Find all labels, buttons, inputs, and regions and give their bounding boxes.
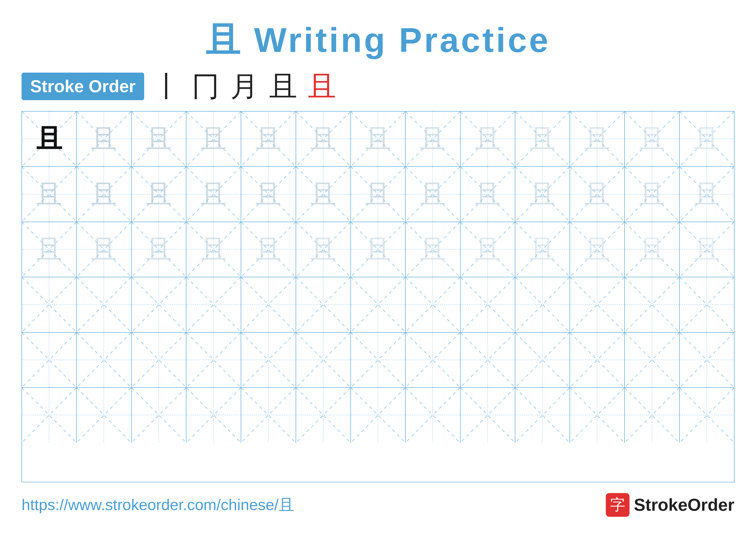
logo-icon: 字 [606, 493, 630, 517]
grid-cell[interactable] [241, 333, 296, 387]
grid-cell[interactable]: 且 [22, 222, 77, 277]
grid-cell[interactable] [680, 277, 734, 332]
practice-char: 且 [91, 237, 117, 262]
grid-cell[interactable] [570, 388, 625, 443]
grid-cell[interactable] [570, 277, 625, 332]
grid-cell[interactable]: 且 [186, 112, 241, 166]
grid-cell[interactable] [296, 333, 351, 387]
grid-cell[interactable]: 且 [461, 112, 515, 166]
grid-cell[interactable]: 且 [241, 112, 296, 166]
grid-cell[interactable] [186, 388, 241, 443]
practice-char: 且 [36, 126, 62, 152]
grid-cell[interactable]: 且 [186, 167, 241, 221]
grid-cell[interactable] [351, 333, 406, 387]
grid-cell[interactable]: 且 [570, 112, 625, 166]
grid-cell[interactable] [351, 277, 406, 332]
grid-cell[interactable]: 且 [461, 167, 515, 221]
grid-cell[interactable] [680, 388, 734, 443]
grid-cell[interactable] [22, 277, 77, 332]
grid-cell[interactable]: 且 [22, 167, 77, 221]
grid-cell[interactable]: 且 [241, 167, 296, 221]
grid-cell[interactable]: 且 [406, 167, 460, 221]
grid-cell[interactable] [515, 277, 570, 332]
grid-cell[interactable]: 且 [515, 167, 570, 221]
grid-cell[interactable] [132, 388, 186, 443]
grid-cell[interactable] [296, 388, 351, 443]
grid-cell[interactable] [406, 333, 460, 387]
grid-cell[interactable] [515, 388, 570, 443]
grid-cell[interactable]: 且 [625, 112, 680, 166]
practice-char: 且 [201, 126, 227, 152]
grid-cell[interactable] [77, 277, 131, 332]
practice-char: 且 [256, 181, 281, 207]
practice-char: 且 [91, 126, 117, 152]
title-area: 且 Writing Practice [21, 17, 735, 64]
grid-cell[interactable]: 且 [406, 112, 460, 166]
grid-cell[interactable] [77, 388, 131, 443]
grid-cell[interactable]: 且 [186, 222, 241, 277]
grid-cell[interactable] [77, 333, 131, 387]
grid-cell[interactable] [570, 333, 625, 387]
stroke-3: 月 [230, 72, 258, 100]
page: 且 Writing Practice Stroke Order 丨 冂 月 且 … [0, 0, 756, 534]
practice-char: 且 [420, 237, 446, 262]
grid-cell[interactable] [186, 277, 241, 332]
practice-char: 且 [694, 181, 720, 207]
grid-cell[interactable] [186, 333, 241, 387]
practice-char: 且 [639, 237, 665, 262]
grid-cell[interactable] [241, 388, 296, 443]
stroke-1: 丨 [153, 72, 181, 100]
grid-cell[interactable]: 且 [296, 167, 351, 221]
title-character: 且 [205, 21, 242, 59]
footer-url[interactable]: https://www.strokeorder.com/chinese/且 [21, 495, 294, 515]
grid-cell[interactable]: 且 [625, 167, 680, 221]
grid-cell[interactable] [406, 388, 460, 443]
grid-cell[interactable]: 且 [570, 222, 625, 277]
grid-cell[interactable]: 且 [77, 167, 131, 221]
grid-cell[interactable] [406, 277, 460, 332]
grid-cell[interactable]: 且 [351, 112, 406, 166]
grid-cell[interactable] [461, 388, 515, 443]
grid-cell[interactable] [461, 277, 515, 332]
grid-cell[interactable] [22, 333, 77, 387]
page-title: 且 Writing Practice [21, 17, 735, 64]
grid-cell[interactable]: 且 [132, 222, 186, 277]
stroke-order-area: Stroke Order 丨 冂 月 且 且 [21, 72, 735, 100]
practice-char: 且 [420, 126, 446, 152]
grid-cell[interactable]: 且 [351, 222, 406, 277]
grid-cell[interactable] [461, 333, 515, 387]
grid-cell[interactable]: 且 [406, 222, 460, 277]
grid-cell[interactable] [132, 333, 186, 387]
grid-cell[interactable]: 且 [77, 112, 131, 166]
grid-cell[interactable]: 且 [515, 222, 570, 277]
grid-cell[interactable] [625, 333, 680, 387]
grid-cell[interactable]: 且 [296, 222, 351, 277]
grid-cell[interactable]: 且 [625, 222, 680, 277]
grid-cell[interactable]: 且 [351, 167, 406, 221]
grid-cell[interactable] [680, 333, 734, 387]
grid-cell[interactable]: 且 [680, 112, 734, 166]
grid-cell[interactable]: 且 [296, 112, 351, 166]
grid-cell[interactable]: 且 [77, 222, 131, 277]
grid-cell[interactable] [132, 277, 186, 332]
stroke-sequence: 丨 冂 月 且 且 [153, 72, 336, 100]
grid-cell[interactable]: 且 [515, 112, 570, 166]
grid-cell[interactable]: 且 [22, 112, 77, 166]
grid-cell[interactable] [351, 388, 406, 443]
grid-cell[interactable] [296, 277, 351, 332]
grid-cell[interactable]: 且 [132, 167, 186, 221]
grid-cell[interactable] [241, 277, 296, 332]
stroke-order-badge: Stroke Order [21, 73, 144, 100]
grid-cell[interactable]: 且 [241, 222, 296, 277]
practice-char: 且 [365, 181, 391, 207]
grid-cell[interactable]: 且 [570, 167, 625, 221]
grid-cell[interactable]: 且 [461, 222, 515, 277]
grid-cell[interactable] [515, 333, 570, 387]
grid-cell[interactable]: 且 [132, 112, 186, 166]
practice-char: 且 [201, 237, 227, 262]
grid-cell[interactable]: 且 [680, 222, 734, 277]
grid-cell[interactable] [22, 388, 77, 443]
grid-cell[interactable] [625, 277, 680, 332]
grid-cell[interactable] [625, 388, 680, 443]
grid-cell[interactable]: 且 [680, 167, 734, 221]
